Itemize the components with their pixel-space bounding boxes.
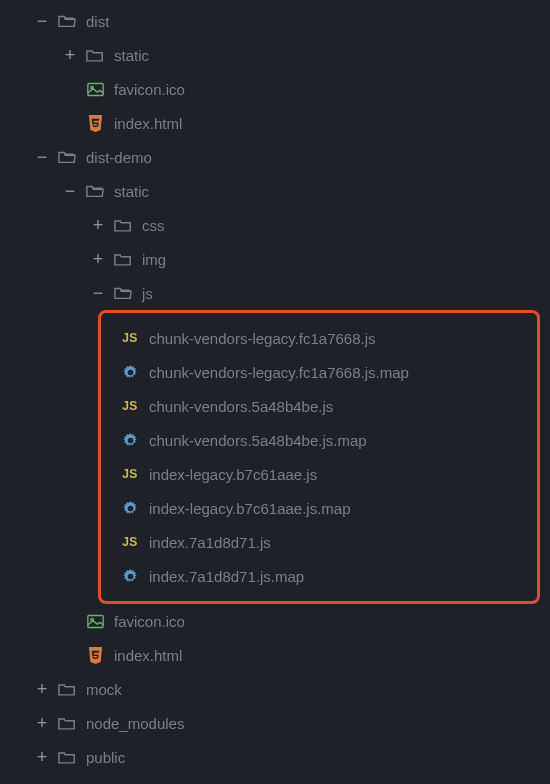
folder-icon [56, 682, 78, 697]
file-row-map[interactable]: chunk-vendors.5a48b4be.js.map [101, 423, 537, 457]
image-icon [84, 614, 106, 629]
folder-open-icon [56, 13, 78, 29]
folder-row-static[interactable]: static [0, 174, 550, 208]
html-icon [84, 647, 106, 664]
collapse-icon[interactable] [84, 284, 112, 302]
gear-icon [119, 433, 141, 448]
file-row-map[interactable]: chunk-vendors-legacy.fc1a7668.js.map [101, 355, 537, 389]
js-icon: JS [119, 332, 141, 344]
file-label: index-legacy.b7c61aae.js.map [149, 501, 351, 516]
image-icon [84, 82, 106, 97]
js-icon: JS [119, 400, 141, 412]
file-row-js[interactable]: JS index.7a1d8d71.js [101, 525, 537, 559]
expand-icon[interactable] [28, 714, 56, 732]
folder-label: js [142, 286, 153, 301]
js-icon: JS [119, 536, 141, 548]
folder-label: static [114, 48, 149, 63]
gear-icon [119, 365, 141, 380]
folder-row-js[interactable]: js [0, 276, 550, 310]
folder-icon [112, 252, 134, 267]
file-label: chunk-vendors.5a48b4be.js.map [149, 433, 367, 448]
file-label: index.html [114, 648, 182, 663]
expand-icon[interactable] [84, 216, 112, 234]
folder-row-public[interactable]: public [0, 740, 550, 774]
gear-icon [119, 569, 141, 584]
file-row-favicon[interactable]: favicon.ico [0, 604, 550, 638]
folder-open-icon [112, 285, 134, 301]
folder-label: dist [86, 14, 109, 29]
collapse-icon[interactable] [28, 12, 56, 30]
file-row-map[interactable]: index-legacy.b7c61aae.js.map [101, 491, 537, 525]
folder-row-mock[interactable]: mock [0, 672, 550, 706]
file-row-index-html[interactable]: index.html [0, 638, 550, 672]
svg-rect-2 [87, 615, 102, 627]
folder-icon [112, 218, 134, 233]
folder-label: mock [86, 682, 122, 697]
collapse-icon[interactable] [56, 182, 84, 200]
folder-open-icon [84, 183, 106, 199]
folder-label: static [114, 184, 149, 199]
folder-open-icon [56, 149, 78, 165]
collapse-icon[interactable] [28, 148, 56, 166]
file-row-js[interactable]: JS index-legacy.b7c61aae.js [101, 457, 537, 491]
js-icon: JS [119, 468, 141, 480]
folder-row-css[interactable]: css [0, 208, 550, 242]
file-row-index-html[interactable]: index.html [0, 106, 550, 140]
file-row-js[interactable]: JS chunk-vendors-legacy.fc1a7668.js [101, 321, 537, 355]
folder-icon [56, 716, 78, 731]
folder-label: public [86, 750, 125, 765]
folder-label: img [142, 252, 166, 267]
folder-row-dist-demo[interactable]: dist-demo [0, 140, 550, 174]
file-label: chunk-vendors.5a48b4be.js [149, 399, 333, 414]
folder-icon [56, 750, 78, 765]
file-label: chunk-vendors-legacy.fc1a7668.js [149, 331, 376, 346]
file-label: chunk-vendors-legacy.fc1a7668.js.map [149, 365, 409, 380]
folder-row-dist[interactable]: dist [0, 4, 550, 38]
folder-label: node_modules [86, 716, 184, 731]
folder-row-img[interactable]: img [0, 242, 550, 276]
file-label: index.html [114, 116, 182, 131]
folder-row-src[interactable]: src [0, 774, 550, 784]
file-tree: dist static favicon.ico index.html dist-… [0, 0, 550, 784]
folder-label: dist-demo [86, 150, 152, 165]
html-icon [84, 115, 106, 132]
expand-icon[interactable] [28, 680, 56, 698]
folder-row-node-modules[interactable]: node_modules [0, 706, 550, 740]
expand-icon[interactable] [28, 748, 56, 766]
file-label: index-legacy.b7c61aae.js [149, 467, 317, 482]
file-label: favicon.ico [114, 614, 185, 629]
file-label: favicon.ico [114, 82, 185, 97]
gear-icon [119, 501, 141, 516]
file-row-map[interactable]: index.7a1d8d71.js.map [101, 559, 537, 593]
file-row-favicon[interactable]: favicon.ico [0, 72, 550, 106]
folder-icon [84, 48, 106, 63]
file-label: index.7a1d8d71.js.map [149, 569, 304, 584]
highlighted-js-files: JS chunk-vendors-legacy.fc1a7668.js chun… [98, 310, 540, 604]
expand-icon[interactable] [84, 250, 112, 268]
svg-rect-0 [87, 83, 102, 95]
expand-icon[interactable] [56, 46, 84, 64]
file-label: index.7a1d8d71.js [149, 535, 271, 550]
folder-label: css [142, 218, 165, 233]
file-row-js[interactable]: JS chunk-vendors.5a48b4be.js [101, 389, 537, 423]
folder-row-static[interactable]: static [0, 38, 550, 72]
